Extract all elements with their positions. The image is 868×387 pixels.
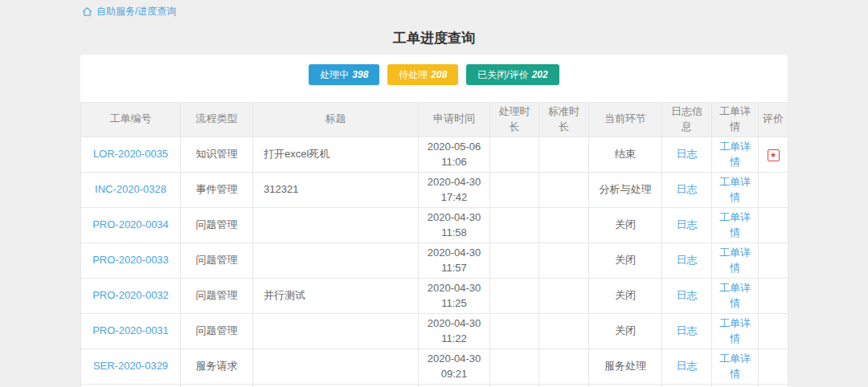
order-detail-link[interactable]: 工单详情 bbox=[718, 139, 753, 170]
page-container: 自助服务/进度查询 工单进度查询 处理中 398 待处理 208 已关闭/评价 … bbox=[80, 0, 788, 387]
apply-time: 11:58 bbox=[424, 225, 485, 241]
apply-time: 09:21 bbox=[424, 366, 485, 382]
log-link[interactable]: 日志 bbox=[677, 183, 698, 195]
log-link[interactable]: 日志 bbox=[677, 324, 698, 336]
header-current-step: 当前环节 bbox=[589, 103, 662, 137]
order-detail-link[interactable]: 工单详情 bbox=[718, 351, 753, 382]
header-apply-time: 申请时间 bbox=[419, 103, 490, 137]
order-detail-link[interactable]: 工单详情 bbox=[718, 174, 753, 206]
breadcrumb[interactable]: 自助服务/进度查询 bbox=[82, 0, 788, 18]
page-title: 工单进度查询 bbox=[80, 29, 788, 47]
content-card: 处理中 398 待处理 208 已关闭/评价 202 工单编号 流程类型 bbox=[80, 55, 788, 387]
rating-cell bbox=[759, 207, 788, 242]
order-no-link[interactable]: PRO-2020-0034 bbox=[92, 218, 169, 230]
rating-cell bbox=[759, 278, 788, 313]
apply-time: 11:57 bbox=[424, 260, 485, 276]
log-link[interactable]: 日志 bbox=[677, 148, 698, 160]
table-row: CHG-2020-0078 变更管理 dsfdsa 2020-04-2917:5… bbox=[81, 384, 788, 387]
apply-time-cell: 2020-04-2917:55 bbox=[419, 384, 490, 387]
rating-cell bbox=[759, 313, 788, 348]
table-row: PRO-2020-0033 问题管理 2020-04-3011:57 关闭 日志… bbox=[81, 242, 788, 278]
apply-time-cell: 2020-05-0611:06 bbox=[419, 136, 490, 172]
order-no-link[interactable]: INC-2020-0328 bbox=[95, 183, 166, 195]
order-detail-link[interactable]: 工单详情 bbox=[718, 316, 753, 347]
header-process-duration: 处理时长 bbox=[490, 103, 539, 137]
title-cell bbox=[253, 242, 419, 278]
process-duration-cell bbox=[490, 172, 539, 207]
title-cell bbox=[253, 207, 419, 242]
order-no-link[interactable]: PRO-2020-0031 bbox=[92, 324, 169, 336]
standard-duration-cell bbox=[539, 348, 589, 384]
header-order-no: 工单编号 bbox=[81, 103, 181, 137]
title-cell bbox=[253, 313, 419, 348]
order-no-link[interactable]: PRO-2020-0033 bbox=[92, 254, 169, 266]
filter-closed-button[interactable]: 已关闭/评价 202 bbox=[466, 64, 559, 85]
process-duration-cell bbox=[490, 384, 539, 387]
title-cell: 打开excel死机 bbox=[253, 136, 419, 172]
title-cell bbox=[253, 348, 419, 384]
current-step-cell: 关闭 bbox=[589, 313, 662, 348]
header-log-info: 日志信息 bbox=[662, 103, 712, 137]
log-link[interactable]: 日志 bbox=[677, 360, 698, 372]
filter-pending-label: 待处理 bbox=[399, 68, 428, 82]
standard-duration-cell bbox=[539, 172, 589, 207]
order-no-link[interactable]: PRO-2020-0032 bbox=[92, 289, 169, 301]
rating-star-icon[interactable]: ★ bbox=[768, 149, 780, 161]
current-step-cell: 服务处理 bbox=[589, 348, 662, 384]
rating-cell bbox=[759, 384, 788, 387]
log-link[interactable]: 日志 bbox=[677, 218, 698, 230]
order-detail-link[interactable]: 工单详情 bbox=[718, 280, 753, 312]
order-no-link[interactable]: SER-2020-0329 bbox=[93, 360, 168, 372]
current-step-cell: 分析与处理 bbox=[589, 172, 662, 207]
apply-time: 11:22 bbox=[424, 331, 485, 347]
filter-processing-count: 398 bbox=[352, 69, 368, 80]
apply-date: 2020-04-30 bbox=[424, 245, 485, 261]
log-link[interactable]: 日志 bbox=[677, 254, 698, 266]
standard-duration-cell bbox=[539, 242, 589, 278]
table-row: LOR-2020-0035 知识管理 打开excel死机 2020-05-061… bbox=[81, 136, 788, 172]
rating-cell bbox=[759, 172, 788, 207]
process-type-cell: 问题管理 bbox=[181, 242, 253, 278]
standard-duration-cell bbox=[539, 207, 589, 242]
current-step-cell: 关闭 bbox=[589, 207, 662, 242]
current-step-cell: 结束 bbox=[589, 136, 662, 172]
breadcrumb-label[interactable]: 自助服务/进度查询 bbox=[96, 5, 176, 18]
apply-date: 2020-04-30 bbox=[424, 351, 485, 367]
filter-processing-button[interactable]: 处理中 398 bbox=[309, 64, 379, 85]
apply-time: 11:25 bbox=[424, 295, 485, 312]
work-order-table: 工单编号 流程类型 标题 申请时间 处理时长 标准时长 当前环节 日志信息 工单… bbox=[80, 102, 788, 387]
rating-cell bbox=[759, 242, 788, 278]
process-duration-cell bbox=[490, 313, 539, 348]
table-row: PRO-2020-0031 问题管理 2020-04-3011:22 关闭 日志… bbox=[81, 313, 788, 348]
apply-time-cell: 2020-04-3009:21 bbox=[419, 348, 490, 384]
order-detail-link[interactable]: 工单详情 bbox=[718, 210, 753, 241]
apply-time-cell: 2020-04-3011:57 bbox=[419, 242, 490, 278]
apply-time-cell: 2020-04-3017:42 bbox=[419, 172, 490, 207]
title-cell: 并行测试 bbox=[253, 278, 419, 313]
title-cell: dsfdsa bbox=[253, 384, 419, 387]
order-no-link[interactable]: LOR-2020-0035 bbox=[93, 148, 168, 160]
table-row: PRO-2020-0034 问题管理 2020-04-3011:58 关闭 日志… bbox=[81, 207, 788, 242]
apply-date: 2020-04-30 bbox=[424, 316, 485, 332]
filter-pending-count: 208 bbox=[431, 69, 447, 80]
filter-pending-button[interactable]: 待处理 208 bbox=[387, 64, 458, 85]
current-step-cell: 方案计划 bbox=[589, 384, 662, 387]
apply-date: 2020-05-06 bbox=[424, 139, 485, 155]
current-step-cell: 关闭 bbox=[589, 242, 662, 278]
order-detail-link[interactable]: 工单详情 bbox=[718, 245, 753, 276]
apply-time-cell: 2020-04-3011:58 bbox=[419, 207, 490, 242]
standard-duration-cell bbox=[539, 313, 589, 348]
header-order-detail: 工单详情 bbox=[712, 103, 759, 137]
standard-duration-cell bbox=[539, 278, 589, 313]
current-step-cell: 关闭 bbox=[589, 278, 662, 313]
process-type-cell: 知识管理 bbox=[181, 136, 253, 172]
header-rating: 评价 bbox=[759, 103, 788, 137]
table-row: SER-2020-0329 服务请求 2020-04-3009:21 服务处理 … bbox=[81, 348, 788, 384]
process-duration-cell bbox=[490, 348, 539, 384]
apply-date: 2020-04-30 bbox=[424, 210, 485, 226]
process-type-cell: 问题管理 bbox=[181, 278, 253, 313]
apply-time: 17:42 bbox=[424, 189, 485, 206]
table-row: PRO-2020-0032 问题管理 并行测试 2020-04-3011:25 … bbox=[81, 278, 788, 313]
log-link[interactable]: 日志 bbox=[677, 289, 698, 301]
process-type-cell: 问题管理 bbox=[181, 207, 253, 242]
